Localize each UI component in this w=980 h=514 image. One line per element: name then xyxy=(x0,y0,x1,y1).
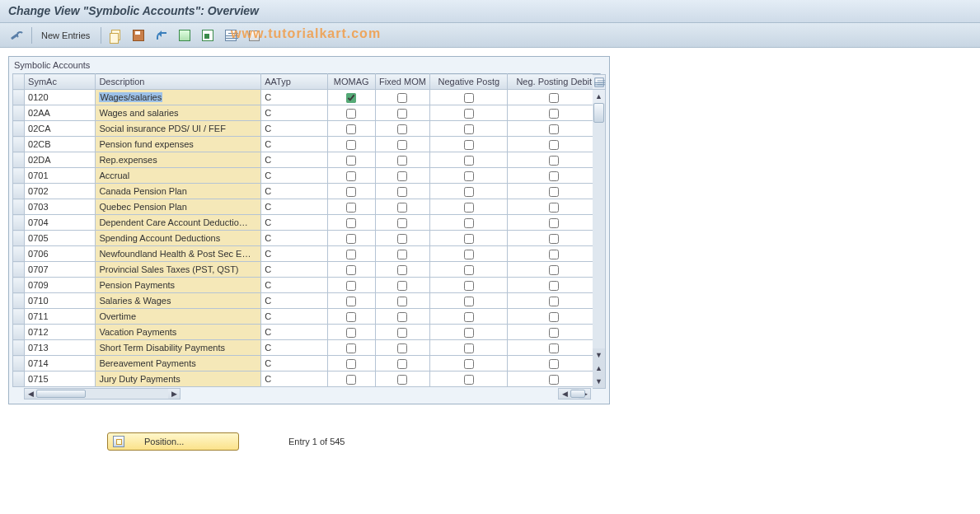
cell-aatyp[interactable]: C xyxy=(261,340,327,356)
cell-momag[interactable] xyxy=(327,262,375,278)
cell-symac[interactable]: 02AA xyxy=(25,105,96,121)
checkbox-neg-post-debit[interactable] xyxy=(549,265,559,275)
cell-fixed-mom[interactable] xyxy=(375,168,429,184)
row-selector[interactable] xyxy=(13,293,25,309)
cell-neg-postg[interactable] xyxy=(430,278,508,293)
col-description[interactable]: Description xyxy=(96,74,261,90)
hscroll-thumb[interactable] xyxy=(570,390,585,398)
cell-momag[interactable] xyxy=(327,121,375,137)
cell-aatyp[interactable]: C xyxy=(261,199,327,215)
cell-symac[interactable]: 0710 xyxy=(25,293,96,309)
vertical-scrollbar[interactable]: ▲ ▼ ▲ ▼ xyxy=(593,74,606,389)
cell-description[interactable]: Jury Duty Payments xyxy=(96,371,261,387)
scroll-up-arrow[interactable]: ▲ xyxy=(593,90,605,103)
col-neg-post-debit[interactable]: Neg. Posting Debit xyxy=(508,74,601,90)
cell-fixed-mom[interactable] xyxy=(375,325,429,340)
cell-neg-postg[interactable] xyxy=(430,152,508,168)
select-all-button[interactable] xyxy=(174,26,195,44)
checkbox-fixed-mom[interactable] xyxy=(397,140,407,150)
row-selector[interactable] xyxy=(13,90,25,105)
row-selector[interactable] xyxy=(13,184,25,199)
checkbox-fixed-mom[interactable] xyxy=(397,234,407,244)
cell-neg-post-debit[interactable] xyxy=(508,152,601,168)
row-selector[interactable] xyxy=(13,309,25,325)
cell-aatyp[interactable]: C xyxy=(261,325,327,340)
checkbox-momag[interactable] xyxy=(346,124,356,134)
cell-fixed-mom[interactable] xyxy=(375,215,429,231)
cell-neg-postg[interactable] xyxy=(430,293,508,309)
checkbox-neg-postg[interactable] xyxy=(464,234,474,244)
checkbox-neg-post-debit[interactable] xyxy=(549,140,559,150)
cell-symac[interactable]: 0704 xyxy=(25,215,96,231)
checkbox-fixed-mom[interactable] xyxy=(397,187,407,197)
cell-fixed-mom[interactable] xyxy=(375,278,429,293)
cell-aatyp[interactable]: C xyxy=(261,309,327,325)
cell-momag[interactable] xyxy=(327,293,375,309)
checkbox-neg-post-debit[interactable] xyxy=(549,234,559,244)
checkbox-fixed-mom[interactable] xyxy=(397,218,407,228)
cell-momag[interactable] xyxy=(327,215,375,231)
cell-description[interactable]: Wages and salaries xyxy=(96,105,261,121)
checkbox-neg-post-debit[interactable] xyxy=(549,156,559,166)
cell-neg-post-debit[interactable] xyxy=(508,105,601,121)
undo-button[interactable] xyxy=(151,26,172,44)
cell-aatyp[interactable]: C xyxy=(261,152,327,168)
cell-neg-postg[interactable] xyxy=(430,105,508,121)
cell-aatyp[interactable]: C xyxy=(261,90,327,105)
table-settings-icon[interactable] xyxy=(593,75,605,90)
checkbox-neg-post-debit[interactable] xyxy=(549,109,559,119)
cell-momag[interactable] xyxy=(327,231,375,246)
cell-description[interactable]: Bereavement Payments xyxy=(96,356,261,371)
cell-description[interactable]: Quebec Pension Plan xyxy=(96,199,261,215)
checkbox-neg-post-debit[interactable] xyxy=(549,281,559,291)
cell-symac[interactable]: 0711 xyxy=(25,309,96,325)
checkbox-neg-postg[interactable] xyxy=(464,250,474,259)
checkbox-fixed-mom[interactable] xyxy=(397,171,407,181)
cell-neg-post-debit[interactable] xyxy=(508,231,601,246)
cell-description[interactable]: Rep.expenses xyxy=(96,152,261,168)
checkbox-neg-post-debit[interactable] xyxy=(549,187,559,197)
cell-momag[interactable] xyxy=(327,309,375,325)
cell-symac[interactable]: 0702 xyxy=(25,184,96,199)
row-selector[interactable] xyxy=(13,199,25,215)
cell-aatyp[interactable]: C xyxy=(261,278,327,293)
delete-button[interactable] xyxy=(128,26,149,44)
checkbox-momag[interactable] xyxy=(346,343,356,353)
cell-neg-postg[interactable] xyxy=(430,246,508,262)
checkbox-momag[interactable] xyxy=(346,171,356,181)
row-selector[interactable] xyxy=(13,246,25,262)
hscroll-left-arrow[interactable]: ◀ xyxy=(25,389,36,399)
horizontal-scrollbar-right[interactable]: ◀ ▶ xyxy=(558,388,591,400)
row-selector[interactable] xyxy=(13,231,25,246)
cell-neg-postg[interactable] xyxy=(430,121,508,137)
scroll-down-arrow-2[interactable]: ▲ xyxy=(593,362,605,375)
cell-symac[interactable]: 0709 xyxy=(25,278,96,293)
cell-neg-postg[interactable] xyxy=(430,371,508,387)
cell-neg-postg[interactable] xyxy=(430,231,508,246)
cell-description[interactable]: Newfoundland Health & Post Sec E… xyxy=(96,246,261,262)
checkbox-neg-post-debit[interactable] xyxy=(549,124,559,134)
checkbox-momag[interactable] xyxy=(346,328,356,338)
checkbox-fixed-mom[interactable] xyxy=(397,312,407,322)
cell-fixed-mom[interactable] xyxy=(375,137,429,152)
row-selector[interactable] xyxy=(13,340,25,356)
cell-description[interactable]: Pension fund expenses xyxy=(96,137,261,152)
col-symac[interactable]: SymAc xyxy=(25,74,96,90)
row-selector[interactable] xyxy=(13,356,25,371)
checkbox-neg-post-debit[interactable] xyxy=(549,359,559,369)
cell-description[interactable]: Vacation Payments xyxy=(96,325,261,340)
cell-momag[interactable] xyxy=(327,278,375,293)
checkbox-neg-postg[interactable] xyxy=(464,312,474,322)
checkbox-neg-post-debit[interactable] xyxy=(549,312,559,322)
cell-neg-postg[interactable] xyxy=(430,137,508,152)
cell-momag[interactable] xyxy=(327,325,375,340)
cell-symac[interactable]: 0707 xyxy=(25,262,96,278)
cell-aatyp[interactable]: C xyxy=(261,246,327,262)
cell-neg-postg[interactable] xyxy=(430,199,508,215)
checkbox-fixed-mom[interactable] xyxy=(397,328,407,338)
cell-symac[interactable]: 02CB xyxy=(25,137,96,152)
scroll-track[interactable] xyxy=(593,103,605,348)
cell-description[interactable]: Pension Payments xyxy=(96,278,261,293)
checkbox-fixed-mom[interactable] xyxy=(397,93,407,103)
checkbox-fixed-mom[interactable] xyxy=(397,250,407,259)
